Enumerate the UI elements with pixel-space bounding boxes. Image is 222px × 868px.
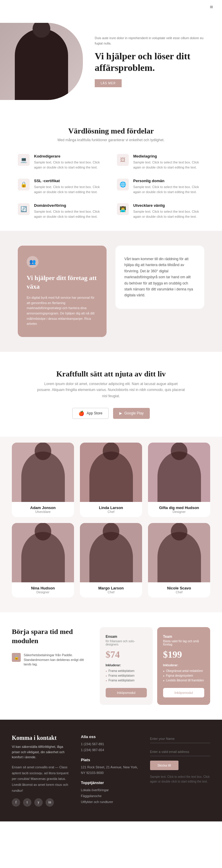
team-card: Adam Jonson Utvecklare: [12, 443, 74, 517]
header: ≡: [0, 0, 222, 14]
team-name: Gifta dig med Hudson: [152, 505, 207, 510]
features-title: Värdlösning med fördelar: [18, 127, 204, 135]
feature-title: Domänöverföring: [34, 203, 105, 208]
menu-icon[interactable]: ≡: [210, 4, 213, 10]
app-text: Lorem ipsum dolor sit amet, consectetur …: [37, 381, 185, 399]
feature-title: SSL -certifikat: [34, 179, 105, 183]
pricing-plan-desc: Bästa valet för lag och små företag: [163, 640, 204, 646]
googleplay-label: Google Play: [124, 411, 144, 415]
feature-text: Sample text. Click to select the text bo…: [34, 160, 105, 170]
grow-section: 👥 Vi hjälper ditt företag att växa En di…: [0, 231, 222, 352]
feature-text: Sample text. Click to select the text bo…: [133, 160, 204, 170]
team-name: Margo Larson: [83, 586, 139, 590]
pricing-card: Team Bästa valet för lag och små företag…: [157, 627, 210, 705]
feature-title: Kodredigerare: [34, 154, 105, 158]
pricing-price: $74: [106, 649, 147, 660]
feature-item: 🖼 Medielagring Sample text. Click to sel…: [117, 154, 204, 170]
feature-text: Sample text. Click to select the text bo…: [34, 185, 105, 194]
feature-item: 👨‍💻 Utvecklare vänlig Sample text. Click…: [117, 203, 204, 219]
team-section: Adam Jonson Utvecklare Linda Larson Chef…: [0, 437, 222, 612]
grow-card-title: Vi hjälper ditt företag att växa: [27, 274, 98, 291]
team-name: Adam Jonson: [15, 505, 70, 510]
team-role: Chef: [83, 590, 139, 594]
contact-body-text: Ensam sit amet convallis erat — Class ap…: [12, 765, 72, 794]
pricing-left-title: Börja spara tid med modulen: [12, 627, 91, 646]
social-y-icon[interactable]: y: [34, 798, 43, 807]
hero-image: [0, 23, 83, 100]
feature-title: Personlig domän: [133, 179, 204, 183]
contact-address: 121 Rock Street, 21 Avenue, New York, NY…: [81, 765, 141, 776]
appstore-button[interactable]: 🍎 App Store: [72, 408, 109, 419]
contact-section: Komma i kontakt Vi kan säkerställa tillf…: [0, 720, 222, 822]
contact-phones: 1 (234) 567-891 1 (234) 987-654: [81, 741, 141, 753]
grow-info: Vårt team kommer till din räddning för a…: [115, 246, 204, 309]
contact-title: Komma i kontakt: [12, 735, 72, 741]
appstore-label: App Store: [87, 411, 102, 415]
team-card: Nina Hudson Designer: [12, 523, 74, 597]
feature-title: Medielagring: [133, 154, 204, 158]
grow-info-text: Vårt team kommer till din räddning för a…: [124, 256, 195, 299]
feature-icon: 👨‍💻: [117, 203, 129, 215]
hero-subtitle: Duis aute irure dolor in reprehenderit i…: [95, 36, 210, 46]
team-card: Linda Larson Chef: [80, 443, 142, 517]
feature-item: 🔄 Domänöverföring Sample text. Click to …: [18, 203, 105, 219]
feature-text: Sample text. Click to select the text bo…: [34, 209, 105, 219]
app-section: Kraftfullt sätt att njuta av ditt liv Lo…: [0, 352, 222, 437]
hero-title: Vi hjälper och löser ditt affärsproblem.: [95, 51, 210, 73]
feature-item: 🌐 Personlig domän Sample text. Click to …: [117, 179, 204, 194]
app-title: Kraftfullt sätt att njuta av ditt liv: [18, 370, 204, 378]
feature-icon: 🖼: [117, 154, 129, 166]
contact-submit-button[interactable]: Skicka till: [150, 761, 179, 770]
location-title: Plats: [81, 757, 141, 762]
service-item[interactable]: Lokala överföringar: [81, 787, 141, 793]
pricing-item: Frama webbplatsen: [106, 674, 147, 677]
feature-icon: 🔄: [18, 203, 30, 215]
team-name: Nina Hudson: [15, 586, 70, 590]
team-card: Gifta dig med Hudson Designer: [148, 443, 210, 517]
pricing-buy-button[interactable]: Inköpsmodul: [106, 688, 147, 698]
pricing-item: Livstids åtkomst till framtiden: [163, 679, 204, 682]
pricing-includes: Inkluderar:: [106, 663, 147, 667]
contact-name-input[interactable]: [150, 735, 210, 743]
pricing-section: Börja spara tid med modulen 🔒 Säkerhetsb…: [0, 612, 222, 720]
feature-icon: 🌐: [117, 179, 129, 190]
social-f-icon[interactable]: f: [12, 798, 20, 807]
grow-card: 👥 Vi hjälper ditt företag att växa En di…: [18, 246, 107, 337]
contact-email-input[interactable]: [150, 748, 210, 756]
pricing-item: Obegränsat antal redaktörer: [163, 669, 204, 673]
feature-icon: 🔒: [18, 179, 30, 190]
feature-text: Sample text. Click to select the text bo…: [133, 185, 204, 194]
pricing-plan-name: Team: [163, 634, 204, 639]
pricing-item: Frama webbplatsen: [106, 679, 147, 682]
feature-title: Utvecklare vänlig: [133, 203, 204, 208]
service-item[interactable]: Utflykter och rundturer: [81, 799, 141, 805]
services-title: Topptjänster: [81, 780, 141, 785]
pricing-plan-desc: för frilansare och solo-designers: [106, 640, 147, 646]
googleplay-button[interactable]: ▶ Google Play: [113, 408, 150, 419]
grow-card-text: En digital byrå med full service har per…: [27, 295, 98, 327]
social-t-icon[interactable]: t: [23, 798, 31, 807]
team-role: Utvecklare: [15, 510, 70, 514]
social-in-icon[interactable]: in: [46, 798, 54, 807]
pricing-feature-icon: 🔒: [12, 653, 21, 662]
team-name: Nicole Scavo: [152, 586, 207, 590]
feature-icon: 💻: [18, 154, 30, 166]
team-role: Chef: [152, 590, 207, 594]
team-role: Chef: [83, 510, 139, 514]
pricing-item: Frama webbplatsen: [106, 669, 147, 673]
grow-card-icon: 👥: [27, 256, 38, 268]
pricing-buy-button[interactable]: Inköpsmodul: [163, 688, 204, 698]
pricing-card: Ensam för frilansare och solo-designers …: [100, 627, 153, 705]
hero-section: Duis aute irure dolor in reprehenderit i…: [0, 14, 222, 109]
feature-text: Sample text. Click to select the text bo…: [133, 209, 204, 219]
contact-desc: Vi kan säkerställa tillförlitlighet, låg…: [12, 744, 72, 760]
pricing-price: $199: [163, 649, 204, 660]
team-role: Designer: [15, 590, 70, 594]
pricing-feature-text: Säkerhetsbetalningar från Paddle. Standa…: [24, 653, 91, 666]
team-name: Linda Larson: [83, 505, 139, 510]
feature-item: 🔒 SSL -certifikat Sample text. Click to …: [18, 179, 105, 194]
hero-cta-button[interactable]: LÄS MER: [95, 79, 122, 87]
service-item[interactable]: Fäggplanoche: [81, 793, 141, 799]
team-card: Nicole Scavo Chef: [148, 523, 210, 597]
feature-item: 💻 Kodredigerare Sample text. Click to se…: [18, 154, 105, 170]
